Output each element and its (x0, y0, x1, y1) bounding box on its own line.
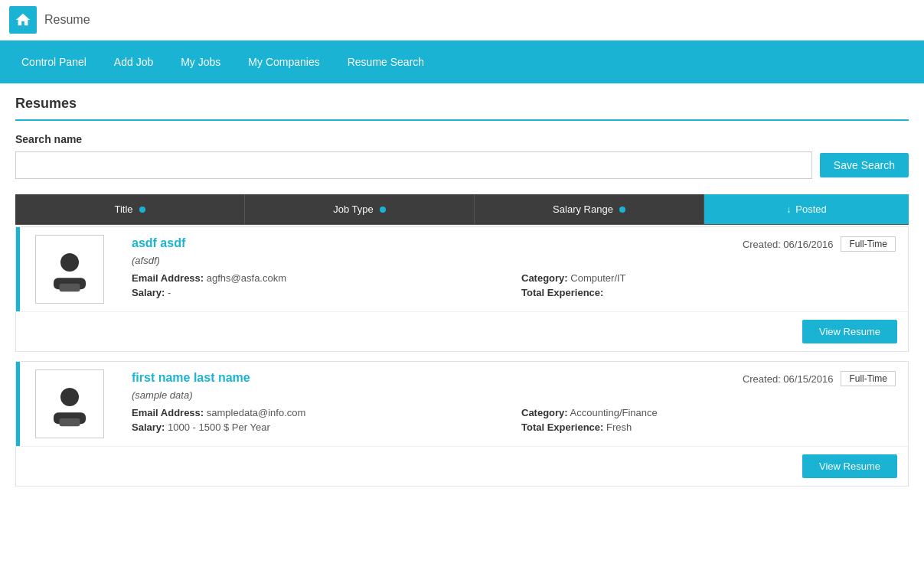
created-date: Created: 06/15/2016 (743, 373, 834, 385)
app-header: Resume (0, 0, 924, 41)
resume-name[interactable]: asdf asdf (132, 236, 185, 250)
job-type-badge: Full-Time (841, 371, 896, 386)
resume-subtitle: (afsdf) (132, 255, 896, 266)
detail-salary: Salary: - (132, 287, 506, 298)
th-job-type-label: Job Type (333, 203, 374, 215)
resume-info: first name last name Created: 06/15/2016… (119, 362, 908, 446)
experience-label: Total Experience: (521, 421, 603, 433)
resume-card-top: asdf asdf Created: 06/16/2016 Full-Time … (16, 227, 908, 311)
nav-add-job[interactable]: Add Job (100, 41, 167, 83)
search-input[interactable] (15, 151, 812, 179)
category-label: Category: (521, 272, 568, 284)
th-posted-label: Posted (795, 203, 826, 215)
experience-value: Fresh (606, 421, 632, 433)
resume-meta: Created: 06/15/2016 Full-Time (743, 371, 896, 386)
th-title-dot (139, 207, 145, 213)
resume-card: asdf asdf Created: 06/16/2016 Full-Time … (15, 226, 909, 352)
view-resume-button[interactable]: View Resume (802, 320, 897, 343)
resume-card-bottom: View Resume (16, 446, 908, 486)
detail-experience: Total Experience: Fresh (521, 421, 896, 433)
nav-my-companies[interactable]: My Companies (234, 41, 333, 83)
created-date: Created: 06/16/2016 (743, 239, 834, 250)
th-salary-range-label: Salary Range (553, 203, 613, 215)
detail-category: Category: Accounting/Finance (521, 407, 896, 418)
search-label: Search name (15, 133, 909, 145)
sort-icon: ↓ (786, 204, 791, 215)
home-icon[interactable] (9, 6, 37, 34)
resume-card-bottom: View Resume (16, 311, 908, 351)
detail-email: Email Address: agfhs@asfa.cokm (132, 272, 506, 284)
svg-point-0 (60, 253, 79, 272)
resume-header-row: asdf asdf Created: 06/16/2016 Full-Time (132, 236, 896, 252)
email-label: Email Address: (132, 272, 204, 284)
resume-subtitle: (sample data) (132, 389, 896, 401)
resume-avatar-area (20, 362, 119, 446)
resume-avatar-area (20, 227, 119, 311)
main-nav: Control Panel Add Job My Jobs My Compani… (0, 41, 924, 83)
resume-info: asdf asdf Created: 06/16/2016 Full-Time … (119, 227, 908, 311)
detail-salary: Salary: 1000 - 1500 $ Per Year (132, 421, 506, 433)
category-label: Category: (521, 407, 568, 418)
search-section: Search name Save Search (15, 133, 909, 179)
view-resume-button[interactable]: View Resume (802, 454, 897, 478)
nav-control-panel[interactable]: Control Panel (8, 41, 100, 83)
salary-value: 1000 - 1500 $ Per Year (168, 421, 270, 433)
page-content: Resumes Search name Save Search Title Jo… (0, 83, 924, 508)
resume-card: first name last name Created: 06/15/2016… (15, 361, 909, 487)
nav-my-jobs[interactable]: My Jobs (167, 41, 234, 83)
resume-details-grid: Email Address: sampledata@info.com Categ… (132, 407, 896, 433)
resume-cards: asdf asdf Created: 06/16/2016 Full-Time … (15, 226, 909, 487)
salary-label: Salary: (132, 287, 165, 298)
salary-label: Salary: (132, 421, 165, 433)
email-label: Email Address: (132, 407, 204, 418)
search-row: Save Search (15, 151, 909, 179)
experience-label: Total Experience: (521, 287, 603, 298)
category-value: Computer/IT (570, 272, 625, 284)
save-search-button[interactable]: Save Search (820, 153, 909, 177)
email-value: agfhs@asfa.cokm (207, 272, 286, 284)
th-salary-range-dot (619, 207, 625, 213)
resume-card-top: first name last name Created: 06/15/2016… (16, 362, 908, 446)
resume-name[interactable]: first name last name (132, 371, 250, 385)
salary-value: - (168, 287, 171, 298)
category-value: Accounting/Finance (570, 407, 658, 418)
resume-meta: Created: 06/16/2016 Full-Time (743, 236, 896, 252)
detail-email: Email Address: sampledata@info.com (132, 407, 506, 418)
th-job-type[interactable]: Job Type (245, 194, 475, 224)
th-title-label: Title (114, 203, 132, 215)
th-title[interactable]: Title (15, 194, 245, 224)
email-value: sampledata@info.com (207, 407, 306, 418)
resume-details-grid: Email Address: agfhs@asfa.cokm Category:… (132, 272, 896, 298)
job-type-badge: Full-Time (841, 236, 896, 252)
th-job-type-dot (380, 207, 386, 213)
svg-point-3 (60, 388, 79, 406)
detail-category: Category: Computer/IT (521, 272, 896, 284)
resume-header-row: first name last name Created: 06/15/2016… (132, 371, 896, 386)
page-title: Resumes (15, 96, 909, 121)
th-salary-range[interactable]: Salary Range (475, 194, 704, 224)
avatar (35, 369, 104, 438)
svg-rect-5 (60, 418, 80, 427)
th-posted[interactable]: ↓ Posted (704, 194, 909, 224)
nav-resume-search[interactable]: Resume Search (334, 41, 438, 83)
svg-rect-2 (60, 284, 80, 292)
table-header: Title Job Type Salary Range ↓ Posted (15, 194, 909, 225)
detail-experience: Total Experience: (521, 287, 896, 298)
app-title: Resume (44, 13, 90, 27)
avatar (35, 235, 104, 304)
